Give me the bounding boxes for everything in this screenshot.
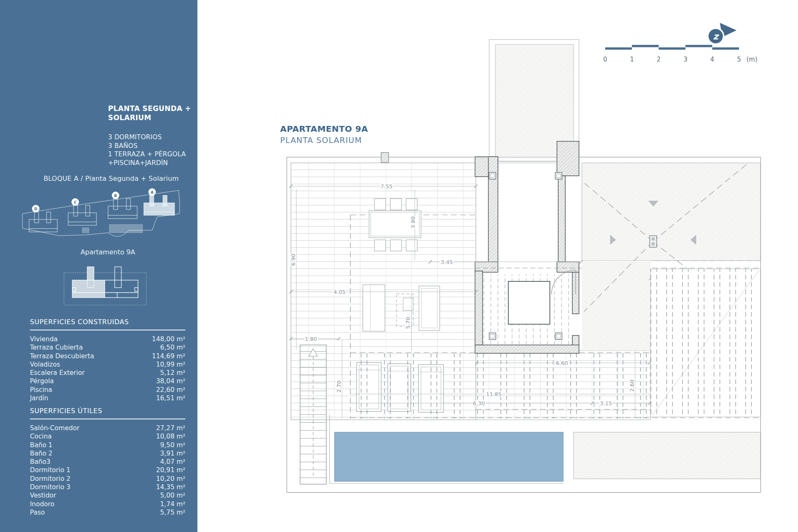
table-row: Cocina10,08 m² bbox=[30, 432, 185, 441]
exterior-stairs bbox=[300, 345, 326, 484]
surface-value: 6,50 m² bbox=[160, 343, 185, 352]
site-plan-diagram: D C B A bbox=[20, 186, 188, 244]
pool bbox=[330, 414, 563, 483]
surface-value: 10,99 m² bbox=[156, 360, 185, 369]
border-pillar bbox=[381, 153, 389, 163]
table-row: Dormitorio 210,20 m² bbox=[30, 475, 185, 483]
table-row: Dormitorio 314,35 m² bbox=[30, 483, 185, 491]
dim-label: 5.70 bbox=[405, 317, 411, 329]
surface-label: Baño 1 bbox=[30, 441, 52, 449]
table-row: Terraza Descubierta114,69 m² bbox=[30, 352, 185, 360]
block-label: BLOQUE A / Planta Segunda + Solarium bbox=[29, 175, 193, 182]
table-row: Pérgola38,04 m² bbox=[30, 377, 185, 385]
surface-label: Dormitorio 1 bbox=[30, 466, 70, 474]
surface-label: Vivienda bbox=[30, 335, 58, 343]
feature-bedrooms: 3 DORMITORIOS bbox=[108, 133, 186, 142]
surface-value: 148,00 m² bbox=[152, 335, 185, 343]
badge-a: A bbox=[151, 190, 154, 195]
dim-label: 7.55 bbox=[381, 183, 393, 190]
surface-label: Terraza Cubierta bbox=[30, 343, 83, 352]
dim-label: 6.60 bbox=[556, 360, 568, 366]
garden bbox=[574, 432, 761, 479]
sidebar-title-line2: SOLARIUM bbox=[108, 113, 191, 122]
surface-label: Vestidor bbox=[30, 491, 56, 500]
sidebar: PLANTA SEGUNDA + SOLARIUM 3 DORMITORIOS … bbox=[0, 0, 197, 532]
surface-value: 20,91 m² bbox=[156, 466, 185, 474]
surface-label: Baño3 bbox=[30, 458, 50, 466]
surface-label: Dormitorio 3 bbox=[30, 483, 70, 491]
floor-plan-drawing: 7.55 3.80 6.90 3.45 4.05 1.80 5.70 2.70 … bbox=[283, 35, 769, 497]
table-row: Baño 19,50 m² bbox=[30, 441, 185, 449]
roof-gravel bbox=[582, 163, 761, 261]
table-row: Jardín16,51 m² bbox=[30, 394, 185, 402]
stairwell-void bbox=[493, 158, 558, 268]
apartment-label: Apartamento 9A bbox=[26, 248, 190, 256]
feature-terrace: 1 TERRAZA + PÉRGOLA bbox=[108, 150, 186, 159]
table-row: Vestidor5,00 m² bbox=[30, 491, 185, 500]
table-row: Salón-Comedor27,27 m² bbox=[30, 424, 185, 432]
built-surfaces-table: Vivienda148,00 m² Terraza Cubierta6,50 m… bbox=[30, 335, 185, 402]
surface-value: 10,08 m² bbox=[156, 432, 185, 441]
dim-label: 11.85 bbox=[486, 391, 501, 397]
surface-value: 4,07 m² bbox=[160, 458, 185, 466]
surface-label: Inodoro bbox=[30, 500, 54, 508]
table-row: Baño34,07 m² bbox=[30, 458, 185, 466]
unit-chimney-left bbox=[87, 267, 94, 288]
dim-label: 3.45 bbox=[441, 259, 453, 265]
dim-label: 6.30 bbox=[473, 400, 485, 406]
badge-d: D bbox=[34, 207, 37, 211]
dim-label: 1.80 bbox=[305, 336, 317, 342]
dim-label: 2.60 bbox=[629, 380, 635, 392]
surface-value: 1,74 m² bbox=[160, 500, 185, 508]
table-row: Vivienda148,00 m² bbox=[30, 335, 185, 343]
table-row: Paso5,75 m² bbox=[30, 508, 185, 517]
floorplan-page: PLANTA SEGUNDA + SOLARIUM 3 DORMITORIOS … bbox=[0, 0, 798, 532]
unit-chimney-right bbox=[115, 267, 121, 288]
surface-label: Salón-Comedor bbox=[30, 424, 79, 432]
sidebar-features: 3 DORMITORIOS 3 BAÑOS 1 TERRAZA + PÉRGOL… bbox=[108, 133, 186, 167]
surface-label: Voladizos bbox=[30, 360, 60, 369]
pergola-right bbox=[650, 269, 761, 417]
dim-label: 2.70 bbox=[336, 381, 342, 393]
surface-value: 5,12 m² bbox=[160, 369, 185, 377]
table-row: Piscina22,60 m² bbox=[30, 386, 185, 394]
stair-core bbox=[475, 141, 579, 353]
dim-label: 3.80 bbox=[410, 217, 416, 229]
feature-pool-garden: +PISCINA+JARDÍN bbox=[108, 159, 186, 167]
built-surfaces-heading: SUPERFICIES CONSTRUIDAS bbox=[30, 318, 185, 330]
stair-tower bbox=[489, 39, 579, 158]
surface-value: 5,75 m² bbox=[160, 508, 185, 517]
dim-label: 6.90 bbox=[290, 254, 296, 266]
surface-label: Piscina bbox=[30, 386, 52, 394]
usable-surfaces-table: Salón-Comedor27,27 m² Cocina10,08 m² Bañ… bbox=[30, 424, 185, 517]
table-row: Escalera Exterior5,12 m² bbox=[30, 369, 185, 377]
surface-label: Cocina bbox=[30, 432, 52, 441]
sidebar-title-line1: PLANTA SEGUNDA + bbox=[108, 104, 191, 113]
surface-label: Pérgola bbox=[30, 377, 54, 385]
site-block-c bbox=[68, 205, 96, 225]
table-row: Dormitorio 120,91 m² bbox=[30, 466, 185, 474]
surface-label: Jardín bbox=[30, 394, 48, 402]
site-block-b bbox=[108, 199, 137, 219]
usable-surfaces-heading: SUPERFICIES ÚTILES bbox=[30, 407, 185, 419]
table-row: Voladizos10,99 m² bbox=[30, 360, 185, 369]
surface-label: Terraza Descubierta bbox=[30, 352, 94, 360]
surface-label: Escalera Exterior bbox=[30, 369, 85, 377]
table-row: Terraza Cubierta6,50 m² bbox=[30, 343, 185, 352]
surface-value: 22,60 m² bbox=[156, 386, 185, 394]
unit-diagram bbox=[62, 262, 150, 308]
surface-value: 114,69 m² bbox=[152, 352, 185, 360]
site-block-d bbox=[29, 212, 57, 232]
pergola-band bbox=[350, 352, 650, 419]
surface-value: 5,00 m² bbox=[160, 491, 185, 500]
dim-label: 3.15 bbox=[600, 400, 612, 406]
surface-value: 14,35 m² bbox=[156, 483, 185, 491]
surface-label: Paso bbox=[30, 508, 45, 517]
skylight-box bbox=[508, 281, 550, 324]
surface-label: Dormitorio 2 bbox=[30, 475, 70, 483]
badge-b: B bbox=[114, 194, 117, 198]
roof-drain-icon bbox=[650, 236, 657, 247]
roof-gravel-strip bbox=[582, 261, 650, 350]
surface-value: 27,27 m² bbox=[156, 424, 185, 432]
surface-value: 10,20 m² bbox=[156, 475, 185, 483]
